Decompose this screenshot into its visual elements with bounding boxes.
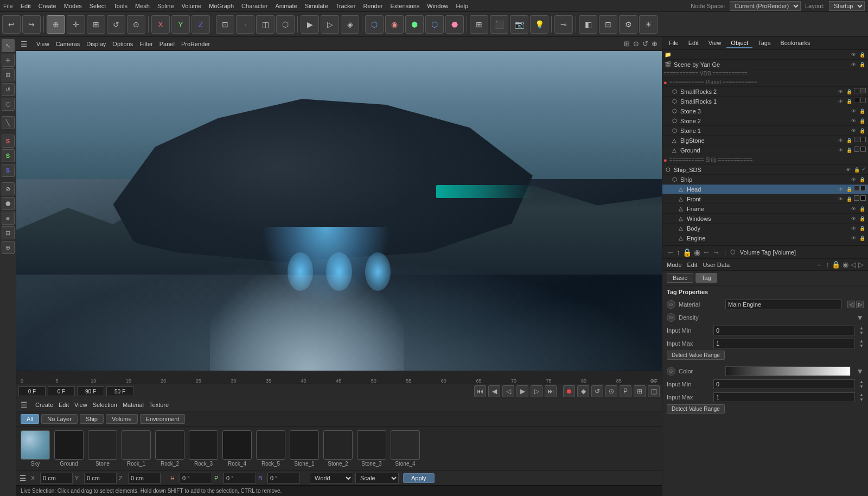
mat-tab-ship[interactable]: Ship [80, 414, 104, 424]
b-field[interactable] [267, 473, 300, 484]
color-gradient[interactable] [725, 366, 851, 376]
snap-btn[interactable]: ⊡ [599, 15, 617, 34]
prev-frame-btn[interactable]: ◀ [488, 385, 500, 397]
tree-item-stone2[interactable]: ⬡ Stone 2 👁🔒 [662, 116, 868, 126]
mat-menu-mat[interactable]: Material [123, 402, 144, 408]
record-btn[interactable]: ⏺ [563, 385, 575, 397]
density-circle-btn[interactable]: ⊙ [667, 313, 675, 322]
deformer-btn[interactable]: ⬣ [445, 15, 464, 34]
swatch-stone4[interactable]: Stone_4 [391, 430, 420, 467]
input-min-field[interactable] [713, 326, 855, 335]
scale-dropdown[interactable]: Scale [355, 473, 399, 484]
camera-btn[interactable]: 📷 [510, 15, 528, 34]
mat-arrow-right[interactable]: ▷ [856, 301, 864, 308]
swatch-rock1[interactable]: Rock_1 [122, 430, 151, 467]
motion-btn[interactable]: ⊙ [605, 385, 617, 397]
attr-nav-up[interactable]: ↑ [676, 248, 680, 257]
h-field[interactable] [180, 473, 212, 484]
vp-menu-panel[interactable]: Panel [159, 41, 175, 47]
sidebar-s3-icon[interactable]: S [2, 164, 15, 177]
color-expand[interactable]: ▼ [856, 367, 864, 376]
tweak-btn[interactable]: ◧ [579, 15, 597, 34]
z-field[interactable] [128, 473, 161, 484]
sidebar-paint-icon[interactable]: ⬣ [2, 197, 15, 210]
max-up-arrow[interactable]: ▲ [859, 339, 864, 344]
cube-btn[interactable]: ⬡ [365, 15, 384, 34]
menu-character[interactable]: Character [241, 3, 267, 9]
timeline-toggle-btn[interactable]: ◫ [648, 385, 660, 397]
y-axis-btn[interactable]: Y [171, 15, 190, 34]
menu-create[interactable]: Create [39, 3, 56, 9]
x-field[interactable] [40, 473, 73, 484]
swatch-stone1[interactable]: Stone_1 [290, 430, 319, 467]
tree-vis-sr1[interactable]: 👁 [837, 98, 844, 105]
attr-icon-next[interactable]: ▷ [858, 260, 864, 269]
mat-dropdown[interactable]: Main Engine [725, 300, 842, 309]
timeline-ruler[interactable]: 0 5 10 15 20 25 30 35 40 45 50 55 60 65 [16, 371, 662, 384]
transform-btn[interactable]: ⊙ [127, 15, 145, 34]
tree-lock-scene[interactable]: 🔒 [858, 61, 866, 68]
attr-icon-left[interactable]: ← [817, 260, 824, 269]
loop-btn[interactable]: ↺ [591, 385, 603, 397]
cmin-up[interactable]: ▲ [859, 379, 864, 384]
mat-arrow-left[interactable]: ◁ [847, 301, 855, 308]
sphere-btn[interactable]: ◉ [385, 15, 404, 34]
tree-lock-sr2[interactable]: 🔒 [845, 88, 853, 96]
polygon-mode-btn[interactable]: ⬡ [276, 15, 295, 34]
tree-item-bigstone[interactable]: △ BigStone 👁🔒 [662, 136, 868, 145]
menu-render[interactable]: Render [363, 3, 382, 9]
vp-menu-options[interactable]: Options [112, 41, 133, 47]
menu-mesh[interactable]: Mesh [135, 3, 150, 9]
light-btn[interactable]: 💡 [530, 15, 548, 34]
swatch-stone3[interactable]: Stone_3 [357, 430, 386, 467]
mat-menu-view[interactable]: View [74, 402, 87, 408]
menu-volume[interactable]: Volume [182, 3, 202, 9]
rpanel-tab-edit[interactable]: Edit [684, 39, 703, 48]
sidebar-scale-icon[interactable]: ⊞ [2, 68, 15, 81]
menu-help[interactable]: Help [456, 3, 468, 9]
tree-item-scene[interactable]: 🎬 Scene by Yan Ge 👁 🔒 [662, 60, 868, 69]
attr-icon-up[interactable]: ↑ [826, 260, 830, 269]
hamburger-icon[interactable]: ☰ [21, 40, 28, 48]
end-frame-field[interactable] [77, 386, 104, 396]
edge-mode-btn[interactable]: ◫ [256, 15, 275, 34]
menu-file[interactable]: File [3, 3, 13, 9]
tree-item-smallrocks2[interactable]: ⬡ SmallRocks 2 👁 🔒 [662, 87, 868, 97]
color-input-min-field[interactable] [713, 379, 855, 389]
floor-btn[interactable]: ⬛ [490, 15, 508, 34]
menu-tools[interactable]: Tools [113, 3, 127, 9]
menu-mograph[interactable]: MoGraph [209, 3, 234, 9]
tree-item-front[interactable]: △ Front 👁🔒 [662, 194, 868, 204]
array-btn[interactable]: ⊞ [470, 15, 488, 34]
detect-btn-1[interactable]: Detect Value Range [667, 351, 725, 360]
edit-btn[interactable]: Edit [687, 262, 698, 268]
tree-item-ground[interactable]: △ Ground 👁🔒 [662, 145, 868, 155]
world-dropdown[interactable]: World [310, 473, 353, 484]
mat-tab-volume[interactable]: Volume [106, 414, 138, 424]
rotate-btn[interactable]: ↺ [107, 15, 125, 34]
swatch-rock5[interactable]: Rock_5 [256, 430, 285, 467]
swatch-rock4[interactable]: Rock_4 [222, 430, 252, 467]
rpanel-tab-file[interactable]: File [665, 39, 683, 48]
preview-btn[interactable]: P [620, 385, 631, 397]
mat-tab-env[interactable]: Environment [140, 414, 186, 424]
tree-item-back[interactable]: △ Back 👁🔒 [662, 243, 868, 245]
menu-simulate[interactable]: Simulate [305, 3, 328, 9]
mat-menu-sel[interactable]: Selection [93, 402, 117, 408]
mat-menu-tex[interactable]: Texture [149, 402, 169, 408]
rpanel-tab-view[interactable]: View [704, 39, 726, 48]
z-axis-btn[interactable]: Z [192, 15, 210, 34]
current-frame-field[interactable] [18, 386, 46, 396]
max-down-arrow[interactable]: ▼ [859, 344, 864, 348]
sidebar-circle-icon[interactable]: ⊘ [2, 182, 15, 195]
nurbs-btn[interactable]: ⬡ [425, 15, 444, 34]
tree-item-engine[interactable]: △ Engine 👁🔒 [662, 233, 868, 243]
attr-icon-prev[interactable]: ◁ [851, 260, 856, 269]
input-max-field[interactable] [713, 339, 855, 348]
render-view-btn[interactable]: ▶ [301, 15, 319, 34]
tree-item-body[interactable]: △ Body 👁🔒 [662, 224, 868, 233]
menu-extensions[interactable]: Extensions [390, 3, 419, 9]
vp-menu-view[interactable]: View [36, 41, 49, 47]
next-frame-btn[interactable]: ▷ [531, 385, 542, 397]
vp-ctrl-3[interactable]: ↺ [642, 40, 648, 48]
